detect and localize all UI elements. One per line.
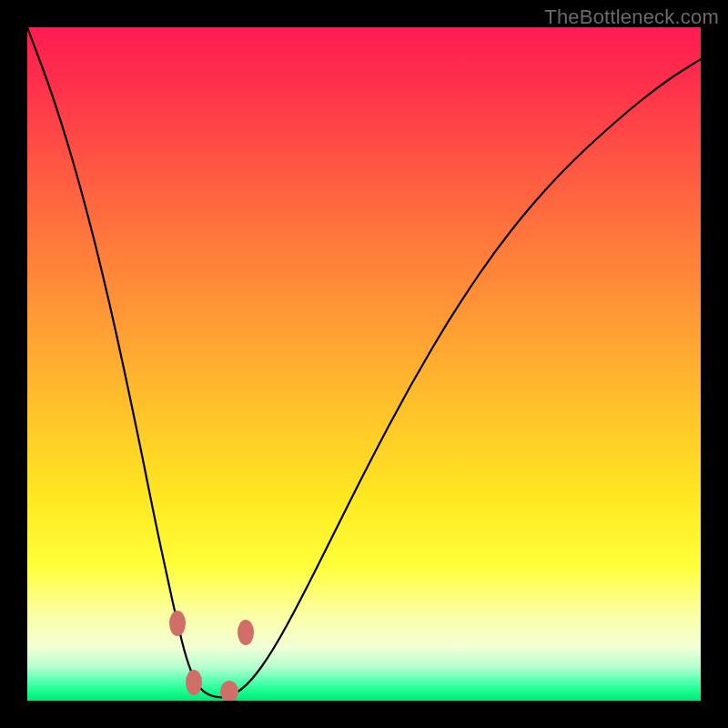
curve-marker bbox=[238, 620, 254, 645]
curve-marker bbox=[186, 670, 202, 695]
curve-marker bbox=[220, 681, 238, 701]
watermark-text: TheBottleneck.com bbox=[544, 5, 719, 29]
curve-svg bbox=[27, 27, 701, 701]
outer-frame: TheBottleneck.com bbox=[0, 0, 728, 728]
bottleneck-curve bbox=[27, 27, 701, 697]
plot-area bbox=[27, 27, 701, 701]
curve-marker bbox=[169, 611, 186, 636]
